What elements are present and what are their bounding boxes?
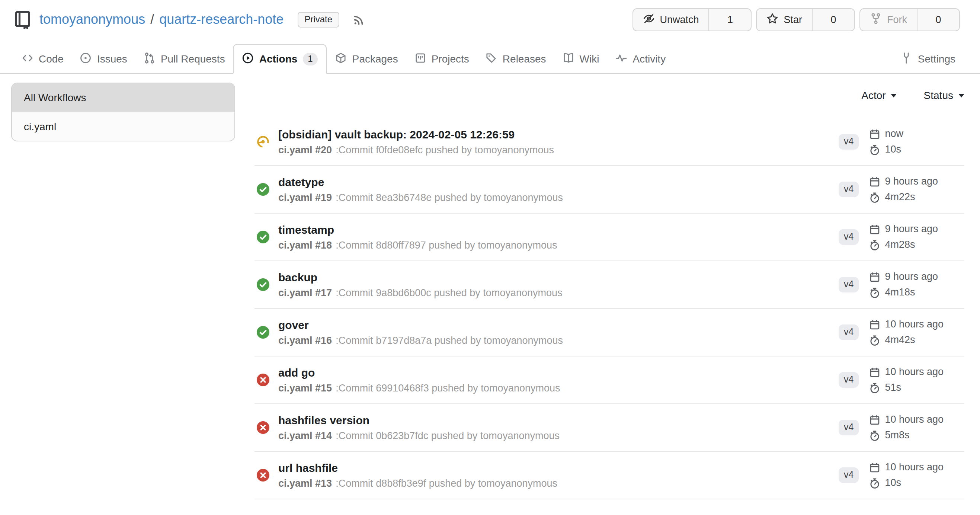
ref-badge: v4 xyxy=(838,277,859,292)
run-title-link[interactable]: [obsidian] vault backup: 2024-02-05 12:2… xyxy=(278,127,838,142)
run-meta-group: v4 9 hours ago 4m18s xyxy=(838,270,964,299)
run-meta: 10 hours ago 10s xyxy=(869,461,943,490)
star-icon xyxy=(767,12,778,26)
status-filter-dropdown[interactable]: Status xyxy=(924,89,964,101)
workflow-ref: ci.yaml #13 xyxy=(278,477,332,489)
tab-code[interactable]: Code xyxy=(13,45,72,73)
failure-icon xyxy=(257,469,269,482)
run-meta: 10 hours ago 5m8s xyxy=(869,413,943,442)
unwatch-button[interactable]: Unwatch 1 xyxy=(632,8,752,31)
commit-info: :Commit 9a8bd6b00c pushed by tomoyanonym… xyxy=(336,287,562,298)
run-meta: 10 hours ago 51s xyxy=(869,366,943,394)
tab-settings[interactable]: Settings xyxy=(892,45,964,73)
play-circle-icon xyxy=(242,52,254,66)
workflow-sidebar: All Workflows ci.yaml xyxy=(11,83,235,141)
tab-releases[interactable]: Releases xyxy=(477,45,554,73)
run-duration: 4m28s xyxy=(869,238,938,251)
breadcrumb-separator: / xyxy=(150,11,154,27)
tab-wiki[interactable]: Wiki xyxy=(554,45,608,73)
commit-info: :Commit 8d80ff7897 pushed by tomoyanonym… xyxy=(336,239,557,250)
stopwatch-icon xyxy=(869,382,880,393)
run-title-link[interactable]: backup xyxy=(278,270,838,285)
tab-packages[interactable]: Packages xyxy=(327,45,406,73)
sidebar-item-all-workflows[interactable]: All Workflows xyxy=(12,83,234,111)
stopwatch-icon xyxy=(869,239,880,250)
tab-projects-label: Projects xyxy=(431,53,469,65)
repo-header: tomoyanonymous / quartz-research-note Pr… xyxy=(0,0,980,34)
run-status-icon xyxy=(257,469,269,482)
run-status-icon xyxy=(257,135,269,148)
run-meta-group: v4 9 hours ago 4m22s xyxy=(838,175,964,204)
run-meta-group: v4 9 hours ago 4m28s xyxy=(838,223,964,251)
fork-label: Fork xyxy=(887,14,907,25)
owner-link[interactable]: tomoyanonymous xyxy=(40,11,145,27)
actor-filter-dropdown[interactable]: Actor xyxy=(861,89,897,101)
run-title-link[interactable]: url hashfile xyxy=(278,460,838,475)
workflow-ref: ci.yaml #16 xyxy=(278,335,332,346)
fork-button[interactable]: Fork 0 xyxy=(859,8,960,31)
workflow-ref: ci.yaml #19 xyxy=(278,192,332,203)
workflow-run-row[interactable]: backup ci.yaml #17:Commit 9a8bd6b00c pus… xyxy=(255,261,964,309)
ref-badge: v4 xyxy=(838,372,859,388)
calendar-icon xyxy=(869,414,880,425)
run-text: datetype ci.yaml #19:Commit 8ea3b6748e p… xyxy=(278,175,838,204)
run-when: 10 hours ago xyxy=(869,461,943,474)
run-status-icon xyxy=(257,231,269,243)
rss-feed-icon[interactable] xyxy=(352,13,365,26)
workflow-run-row[interactable]: [obsidian] vault backup: 2024-02-05 12:2… xyxy=(255,118,964,166)
workflow-run-row[interactable]: url hashfile ci.yaml #13:Commit d8b8fb3e… xyxy=(255,452,964,499)
ref-badge: v4 xyxy=(838,181,859,197)
calendar-icon xyxy=(869,271,880,283)
tab-issues[interactable]: Issues xyxy=(72,45,135,73)
tab-projects[interactable]: Projects xyxy=(406,45,477,73)
chevron-down-icon xyxy=(958,94,964,97)
failure-icon xyxy=(257,421,269,434)
calendar-icon xyxy=(869,462,880,473)
run-meta-group: v4 10 hours ago 5m8s xyxy=(838,413,964,442)
ref-badge: v4 xyxy=(838,134,859,149)
fork-count[interactable]: 0 xyxy=(917,9,959,30)
calendar-icon xyxy=(869,319,880,330)
run-meta-group: v4 now 10s xyxy=(838,127,964,156)
tag-icon xyxy=(485,52,498,66)
stopwatch-icon xyxy=(869,335,880,346)
tab-wiki-label: Wiki xyxy=(580,53,600,65)
workflow-run-row[interactable]: hashfiles version ci.yaml #14:Commit 0b6… xyxy=(255,404,964,452)
tab-packages-label: Packages xyxy=(352,53,398,65)
tab-issues-label: Issues xyxy=(97,53,127,65)
ref-badge: v4 xyxy=(838,324,859,340)
run-duration: 10s xyxy=(869,476,943,490)
tab-actions[interactable]: Actions 1 xyxy=(233,44,327,74)
tab-activity[interactable]: Activity xyxy=(607,45,674,73)
workflow-run-row[interactable]: add go ci.yaml #15:Commit 69910468f3 pus… xyxy=(255,356,964,404)
repo-tabs: Code Issues Pull Requests xyxy=(0,44,980,74)
workflow-run-row[interactable]: gover ci.yaml #16:Commit b7197d8a7a push… xyxy=(255,309,964,356)
run-subtitle: ci.yaml #18:Commit 8d80ff7897 pushed by … xyxy=(278,238,838,252)
workflow-run-row[interactable]: timestamp ci.yaml #18:Commit 8d80ff7897 … xyxy=(255,214,964,261)
workflow-run-row[interactable]: add cache again 10 hours ago xyxy=(255,499,964,515)
workflow-run-row[interactable]: datetype ci.yaml #19:Commit 8ea3b6748e p… xyxy=(255,166,964,214)
tab-pull-requests[interactable]: Pull Requests xyxy=(135,45,233,73)
sidebar-item-ci-yaml[interactable]: ci.yaml xyxy=(12,111,234,141)
run-title-link[interactable]: gover xyxy=(278,318,838,332)
tools-icon xyxy=(901,52,913,66)
star-button[interactable]: Star 0 xyxy=(756,8,855,31)
run-subtitle: ci.yaml #19:Commit 8ea3b6748e pushed by … xyxy=(278,191,838,204)
run-meta-group: v4 10 hours ago 10s xyxy=(838,461,964,490)
repo-link[interactable]: quartz-research-note xyxy=(159,11,283,27)
chevron-down-icon xyxy=(891,94,897,97)
run-title-link[interactable]: timestamp xyxy=(278,222,838,237)
run-title-link[interactable]: hashfiles version xyxy=(278,413,838,428)
tab-code-label: Code xyxy=(39,53,64,65)
run-meta: 9 hours ago 4m22s xyxy=(869,175,938,204)
actions-content: All Workflows ci.yaml Actor Status xyxy=(0,74,980,515)
tab-activity-label: Activity xyxy=(633,53,666,65)
watch-count[interactable]: 1 xyxy=(708,9,751,30)
breadcrumb: tomoyanonymous / quartz-research-note Pr… xyxy=(13,10,365,29)
fork-icon xyxy=(870,12,882,26)
commit-info: :Commit f0fde08efc pushed by tomoyanonym… xyxy=(336,144,554,155)
star-count[interactable]: 0 xyxy=(812,9,854,30)
success-icon xyxy=(257,183,269,196)
run-title-link[interactable]: add go xyxy=(278,365,838,380)
run-title-link[interactable]: datetype xyxy=(278,175,838,189)
